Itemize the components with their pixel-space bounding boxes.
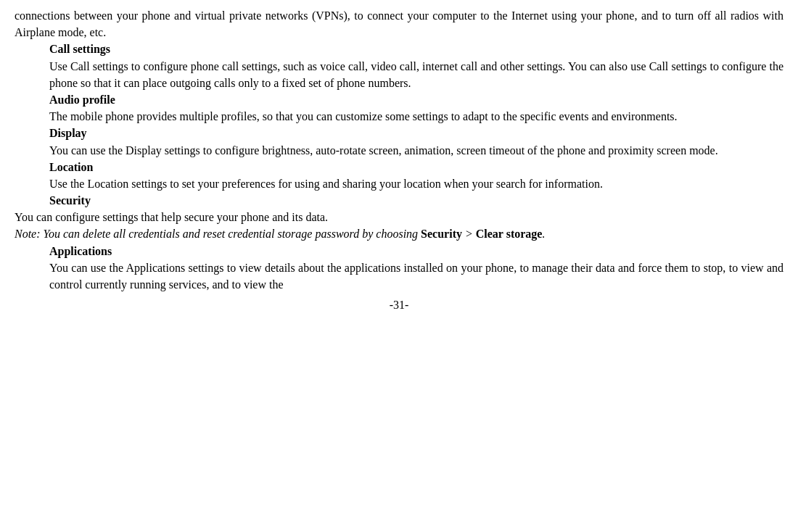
- applications-heading: Applications: [49, 245, 112, 257]
- applications-body: You can use the Applications settings to…: [15, 259, 783, 293]
- location-body: Use the Location settings to set your pr…: [15, 175, 783, 192]
- security-note: Note: You can delete all credentials and…: [15, 225, 783, 242]
- security-note-middle: >: [462, 228, 476, 240]
- audio-profile-section: Audio profile: [15, 91, 783, 108]
- security-heading: Security: [49, 194, 91, 207]
- intro-text: connections between your phone and virtu…: [15, 9, 783, 38]
- security-note-prefix: Note: You can delete all credentials and…: [15, 228, 421, 240]
- call-settings-section: Call settings: [15, 41, 783, 57]
- audio-profile-body: The mobile phone provides multiple profi…: [15, 108, 783, 125]
- display-section: Display: [15, 125, 783, 141]
- page-container: connections between your phone and virtu…: [0, 0, 798, 532]
- security-note-bold2: Clear storage: [476, 228, 543, 240]
- applications-section: Applications: [15, 243, 783, 259]
- security-body-line1: You can configure settings that help sec…: [15, 209, 783, 225]
- display-body: You can use the Display settings to conf…: [15, 142, 783, 159]
- call-settings-heading: Call settings: [49, 43, 110, 55]
- page-text: connections between your phone and virtu…: [15, 7, 783, 293]
- display-heading: Display: [49, 127, 87, 139]
- call-settings-body: Use Call settings to configure phone cal…: [15, 58, 783, 91]
- location-heading: Location: [49, 161, 93, 173]
- location-section: Location: [15, 159, 783, 175]
- page-number: -31-: [15, 299, 783, 312]
- security-note-suffix: .: [542, 228, 545, 240]
- security-note-bold1: Security: [421, 228, 462, 240]
- audio-profile-heading: Audio profile: [49, 93, 115, 106]
- security-section: Security: [15, 192, 783, 209]
